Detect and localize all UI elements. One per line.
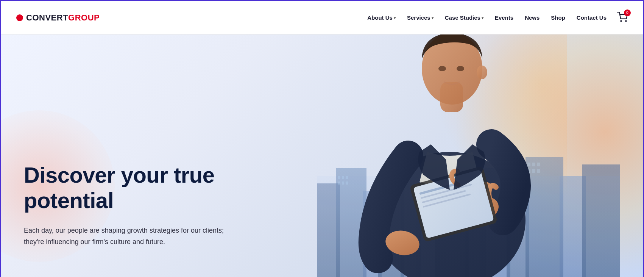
nav-item-contact-us[interactable]: Contact Us: [572, 11, 611, 24]
cart-badge: 0: [624, 9, 631, 16]
hero-title: Discover your true potential: [24, 163, 289, 213]
site-header: CONVERTGROUP About Us ▾ Services ▾ Case …: [1, 1, 643, 34]
logo-group: GROUP: [68, 13, 100, 22]
logo-convert: CONVERT: [26, 13, 68, 22]
svg-point-1: [625, 20, 626, 21]
logo-text: CONVERTGROUP: [26, 13, 100, 23]
nav-item-news[interactable]: News: [520, 11, 544, 24]
logo[interactable]: CONVERTGROUP: [16, 13, 100, 23]
logo-dot: [16, 14, 23, 21]
svg-point-46: [477, 66, 487, 79]
hero-section: Discover your true potential Each day, o…: [1, 34, 643, 277]
hero-subtitle: Each day, our people are shaping growth …: [24, 225, 243, 248]
svg-point-47: [438, 66, 446, 71]
chevron-down-icon: ▾: [394, 16, 396, 20]
chevron-down-icon: ▾: [432, 16, 433, 20]
nav-item-shop[interactable]: Shop: [546, 11, 570, 24]
cart-button[interactable]: 0: [617, 12, 628, 24]
chevron-down-icon: ▾: [482, 16, 483, 20]
person-illustration: [340, 34, 567, 277]
svg-point-48: [457, 66, 464, 71]
main-nav: About Us ▾ Services ▾ Case Studies ▾ Eve…: [363, 11, 628, 24]
svg-point-0: [621, 20, 621, 21]
svg-rect-15: [582, 164, 620, 277]
nav-item-about-us[interactable]: About Us ▾: [363, 11, 400, 24]
nav-item-case-studies[interactable]: Case Studies ▾: [440, 11, 488, 24]
nav-item-services[interactable]: Services ▾: [402, 11, 438, 24]
hero-image-area: [302, 34, 643, 277]
nav-item-events[interactable]: Events: [490, 11, 518, 24]
hero-content: Discover your true potential Each day, o…: [24, 163, 289, 248]
